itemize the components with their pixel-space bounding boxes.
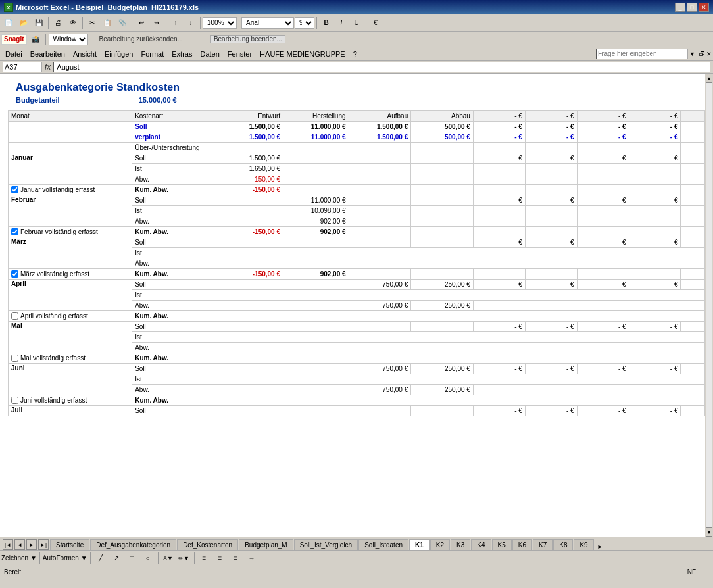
snagit-bar: SnagIt 📸 Window Bearbeitung zurücksenden… bbox=[0, 32, 713, 47]
arrow-tool[interactable]: ↗ bbox=[109, 552, 124, 565]
sep2 bbox=[82, 17, 83, 29]
tab-nav-last[interactable]: ►| bbox=[38, 539, 49, 550]
tab-k2[interactable]: K2 bbox=[430, 539, 450, 550]
cell-val: - € bbox=[525, 153, 577, 164]
open-button[interactable]: 📂 bbox=[16, 16, 31, 30]
close-app-icon[interactable]: ✕ bbox=[706, 51, 712, 57]
checkbox-mai[interactable] bbox=[11, 355, 18, 362]
new-button[interactable]: 📄 bbox=[1, 16, 16, 30]
cell-val: - € bbox=[473, 122, 525, 132]
tab-nav-next[interactable]: ► bbox=[26, 539, 37, 550]
cell-val bbox=[473, 143, 525, 153]
restore-window-icon[interactable]: 🗗 bbox=[699, 51, 705, 57]
table-header: Monat Kostenart Entwurf Herstellung Aufb… bbox=[9, 111, 705, 122]
tab-def-kosten[interactable]: Def_Kostenarten bbox=[177, 539, 238, 550]
snagit-btn[interactable]: 📸 bbox=[28, 33, 43, 46]
vertical-scrollbar[interactable]: ▲ ▼ bbox=[705, 74, 713, 537]
zoom-select[interactable]: 100% bbox=[203, 17, 237, 29]
scroll-track[interactable] bbox=[706, 83, 712, 527]
redo-button[interactable]: ↪ bbox=[149, 16, 164, 30]
cell-val bbox=[525, 143, 577, 153]
table-row: Juni Soll 750,00 € 250,00 € - € - € - € … bbox=[9, 364, 705, 374]
oval-tool[interactable]: ○ bbox=[141, 552, 155, 565]
menu-bearbeiten[interactable]: Bearbeiten bbox=[26, 49, 69, 59]
close-button[interactable]: ✕ bbox=[699, 3, 709, 12]
tab-nav-first[interactable]: |◄ bbox=[3, 539, 13, 550]
checkbox-januar[interactable] bbox=[11, 186, 18, 193]
fontsize-select[interactable]: 9 bbox=[295, 17, 314, 29]
sort-asc-button[interactable]: ↑ bbox=[168, 16, 183, 30]
indent-btn[interactable]: → bbox=[245, 552, 259, 565]
tab-k7[interactable]: K7 bbox=[533, 539, 553, 550]
checkbox-april[interactable] bbox=[11, 312, 18, 320]
checkbox-juni[interactable] bbox=[11, 397, 18, 404]
cell-val bbox=[681, 153, 705, 164]
italic-button[interactable]: I bbox=[334, 16, 349, 30]
line-tool[interactable]: ╱ bbox=[93, 552, 108, 565]
paste-button[interactable]: 📎 bbox=[115, 16, 130, 30]
copy-button[interactable]: 📋 bbox=[100, 16, 114, 30]
draw-sep3 bbox=[158, 552, 159, 564]
cell-monat-juni: Juni bbox=[9, 364, 132, 395]
search-dropdown-icon[interactable]: ▼ bbox=[689, 51, 695, 57]
menu-extras[interactable]: Extras bbox=[168, 49, 196, 59]
underline-button[interactable]: U bbox=[349, 16, 364, 30]
menu-datei[interactable]: Datei bbox=[1, 49, 26, 59]
bearbeitung-btn[interactable]: Bearbeitung beenden... bbox=[210, 35, 285, 43]
bold-button[interactable]: B bbox=[319, 16, 333, 30]
tab-scroll-right[interactable]: ► bbox=[597, 543, 603, 550]
cell-val bbox=[411, 143, 474, 153]
tab-soll-ist[interactable]: Soll_Ist_Vergleich bbox=[294, 539, 358, 550]
window-select[interactable]: Window bbox=[49, 34, 88, 45]
menu-einfuegen[interactable]: Einfügen bbox=[101, 49, 137, 59]
menu-fenster[interactable]: Fenster bbox=[224, 49, 256, 59]
preview-button[interactable]: 👁 bbox=[66, 16, 80, 30]
tab-soll-ist-daten[interactable]: Soll_Istdaten bbox=[358, 539, 408, 550]
align-left-btn[interactable]: ≡ bbox=[197, 552, 212, 565]
scroll-up-btn[interactable]: ▲ bbox=[706, 74, 712, 83]
menu-ansicht[interactable]: Ansicht bbox=[69, 49, 101, 59]
fill-color-btn[interactable]: A▼ bbox=[161, 552, 176, 565]
font-select[interactable]: Arial bbox=[241, 17, 294, 29]
tab-startseite[interactable]: Startseite bbox=[50, 539, 89, 550]
rect-tool[interactable]: □ bbox=[125, 552, 139, 565]
tab-nav-prev[interactable]: ◄ bbox=[14, 539, 25, 550]
cell-checkbox-maerz: März vollständig erfasst bbox=[9, 269, 132, 280]
save-button[interactable]: 💾 bbox=[32, 16, 46, 30]
tab-budgetplan[interactable]: Budgetplan_M bbox=[239, 539, 293, 550]
cell-kostenart: Soll bbox=[132, 280, 218, 290]
align-right-btn[interactable]: ≡ bbox=[229, 552, 243, 565]
sort-desc-button[interactable]: ↓ bbox=[184, 16, 198, 30]
tab-def-ausgaben[interactable]: Def_Ausgabenkategorien bbox=[90, 539, 176, 550]
menu-help[interactable]: ? bbox=[349, 49, 361, 59]
cell-val bbox=[283, 237, 349, 248]
tab-k4[interactable]: K4 bbox=[471, 539, 491, 550]
tab-k3[interactable]: K3 bbox=[451, 539, 470, 550]
tab-k9[interactable]: K9 bbox=[574, 539, 593, 550]
minimize-button[interactable]: _ bbox=[675, 3, 685, 12]
cut-button[interactable]: ✂ bbox=[85, 16, 99, 30]
help-search-input[interactable] bbox=[596, 49, 688, 59]
undo-button[interactable]: ↩ bbox=[134, 16, 149, 30]
scroll-down-btn[interactable]: ▼ bbox=[706, 527, 712, 537]
cell-kostenart: Soll bbox=[132, 237, 218, 248]
tab-k5[interactable]: K5 bbox=[492, 539, 512, 550]
menu-haufe[interactable]: HAUFE MEDIENGRUPPE bbox=[256, 49, 349, 59]
autoformen-label[interactable]: AutoFormen ▼ bbox=[43, 554, 87, 562]
menu-format[interactable]: Format bbox=[137, 49, 168, 59]
maximize-button[interactable]: □ bbox=[687, 3, 697, 12]
checkbox-maerz[interactable] bbox=[11, 270, 18, 278]
line-color-btn[interactable]: ✏▼ bbox=[177, 552, 191, 565]
cell-reference[interactable]: A37 bbox=[3, 62, 42, 72]
tab-k8[interactable]: K8 bbox=[553, 539, 573, 550]
currency-button[interactable]: € bbox=[368, 16, 383, 30]
tab-k1[interactable]: K1 bbox=[409, 539, 430, 550]
cell-monat bbox=[9, 122, 132, 132]
formula-input[interactable]: August bbox=[53, 62, 710, 72]
sep4 bbox=[166, 17, 166, 29]
checkbox-februar[interactable] bbox=[11, 228, 18, 235]
print-button[interactable]: 🖨 bbox=[51, 16, 65, 30]
align-center-btn[interactable]: ≡ bbox=[213, 552, 228, 565]
menu-daten[interactable]: Daten bbox=[196, 49, 223, 59]
tab-k6[interactable]: K6 bbox=[512, 539, 532, 550]
